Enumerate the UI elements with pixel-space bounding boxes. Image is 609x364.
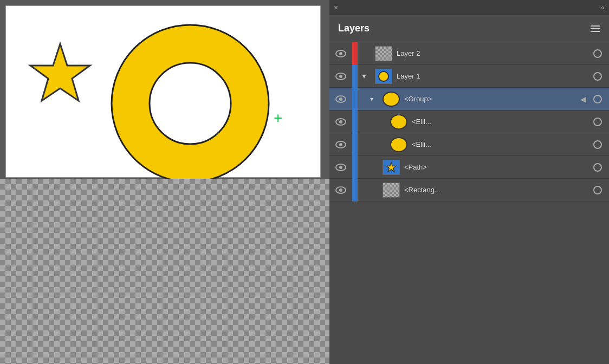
layer-row-elli1[interactable]: <Elli... <box>329 110 609 133</box>
layer-stripe-elli2 <box>352 133 358 156</box>
visibility-toggle-path[interactable] <box>329 164 352 171</box>
eye-icon <box>335 186 346 194</box>
panel-titlebar: × « <box>329 0 609 15</box>
layer-thumbnail-layer2 <box>374 45 393 62</box>
layer-thumbnail-layer1 <box>374 68 393 85</box>
eye-icon <box>335 118 346 126</box>
layer-target-group[interactable] <box>586 95 609 103</box>
expand-toggle-group[interactable]: ▾ <box>365 95 378 103</box>
layer-name-rect: <Rectang... <box>404 186 586 194</box>
target-circle-icon <box>593 95 602 103</box>
selected-arrow-icon: ◀ <box>580 95 586 103</box>
target-circle-icon <box>593 186 602 194</box>
layer-row-layer1[interactable]: ▾ Layer 1 <box>329 65 609 88</box>
layer-thumbnail-path <box>381 159 401 176</box>
panel-header: Layers <box>329 15 609 42</box>
layer-name-layer2: Layer 2 <box>397 49 586 57</box>
layer-thumbnail-elli2 <box>389 136 409 153</box>
layer-target-layer2[interactable] <box>586 49 609 58</box>
layer-target-layer1[interactable] <box>586 72 609 81</box>
visibility-toggle-elli1[interactable] <box>329 118 352 126</box>
target-circle-icon <box>593 163 602 172</box>
layer-target-elli2[interactable] <box>586 140 609 149</box>
target-circle-icon <box>593 118 602 126</box>
crosshair-icon: + <box>274 110 282 126</box>
layer-name-elli1: <Elli... <box>412 118 586 126</box>
target-circle-icon <box>593 72 602 81</box>
visibility-toggle-layer1[interactable] <box>329 73 352 80</box>
layer-name-group: <Group> <box>404 95 586 103</box>
panel-collapse-icon[interactable]: « <box>601 4 605 11</box>
visibility-toggle-elli2[interactable] <box>329 141 352 148</box>
layer-stripe-elli1 <box>352 110 358 133</box>
canvas-transparent-area <box>0 179 329 364</box>
layer-name-elli2: <Elli... <box>412 140 586 148</box>
layer-stripe-layer2 <box>352 42 358 65</box>
layer-row-layer2[interactable]: Layer 2 <box>329 42 609 65</box>
visibility-toggle-group[interactable] <box>329 95 352 103</box>
visibility-toggle-rect[interactable] <box>329 186 352 194</box>
eye-icon <box>335 50 346 57</box>
layer-stripe-layer1 <box>352 65 358 88</box>
layer-target-rect[interactable] <box>586 186 609 194</box>
layer-stripe-group <box>352 88 358 110</box>
layer-name-layer1: Layer 1 <box>397 72 586 80</box>
layer-stripe-path <box>352 156 358 179</box>
canvas-area: + <box>0 0 329 364</box>
layer-thumbnail-rect <box>381 181 401 199</box>
svg-point-2 <box>150 63 231 144</box>
layer-stripe-rect <box>352 179 358 202</box>
layer-row-elli2[interactable]: <Elli... <box>329 133 609 156</box>
eye-icon <box>335 95 346 103</box>
layer-row-group[interactable]: ▾ <Group> ◀ <box>329 88 609 110</box>
layer-thumbnail-group <box>381 90 401 108</box>
panel-menu-button[interactable] <box>591 25 600 32</box>
layer-row-rect[interactable]: <Rectang... <box>329 179 609 202</box>
layers-list: Layer 2 ▾ Layer 1 <box>329 42 609 364</box>
eye-icon <box>335 73 346 80</box>
expand-toggle-layer1[interactable]: ▾ <box>358 73 371 80</box>
eye-icon <box>335 141 346 148</box>
layer-row-path[interactable]: <Path> <box>329 156 609 179</box>
layer-target-path[interactable] <box>586 163 609 172</box>
svg-marker-0 <box>30 44 90 101</box>
layer-thumbnail-elli1 <box>389 113 409 131</box>
layers-panel: × « Layers Layer 2 <box>329 0 609 364</box>
panel-close-icon[interactable]: × <box>334 3 338 12</box>
layer-name-path: <Path> <box>404 163 586 171</box>
target-circle-icon <box>593 140 602 149</box>
panel-title: Layers <box>338 23 370 34</box>
layer-target-elli1[interactable] <box>586 118 609 126</box>
canvas-frame: + <box>5 5 321 178</box>
svg-marker-3 <box>386 162 396 172</box>
visibility-toggle-layer2[interactable] <box>329 50 352 57</box>
canvas-drawing <box>11 11 327 184</box>
eye-icon <box>335 164 346 171</box>
target-circle-icon <box>593 49 602 58</box>
